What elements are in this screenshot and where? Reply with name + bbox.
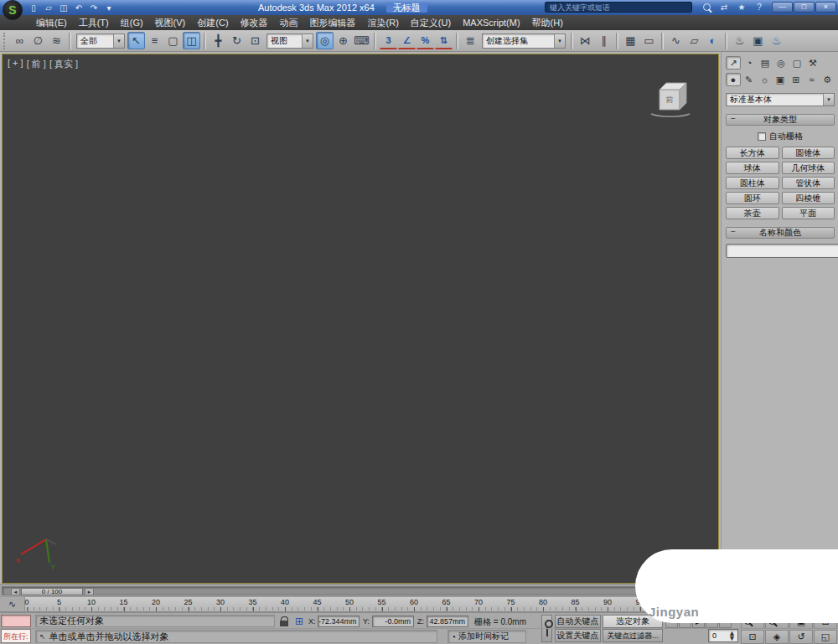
torus-button[interactable]: 圆环	[726, 192, 779, 204]
pyramid-button[interactable]: 四棱锥	[782, 192, 835, 204]
select-and-rotate-icon[interactable]: ↻	[228, 32, 246, 49]
use-pivot-center-icon[interactable]: ◎	[316, 32, 334, 49]
primitive-category-dropdown[interactable]: 标准基本体▼	[726, 93, 835, 106]
object-name-input[interactable]	[726, 244, 838, 258]
select-and-scale-icon[interactable]: ⊡	[246, 32, 264, 49]
render-setup-icon[interactable]: ♨	[731, 32, 748, 49]
open-file-icon[interactable]: ▱	[42, 2, 55, 13]
viewport-view-menu[interactable]: [ 前 ]	[27, 58, 46, 70]
autogrid-checkbox[interactable]	[758, 132, 766, 141]
add-time-tag-button[interactable]: ◔ 添加时间标记	[447, 630, 526, 643]
menu-customize[interactable]: 自定义(U)	[405, 15, 457, 30]
percent-snap-icon[interactable]: %	[416, 32, 434, 49]
close-button[interactable]: ×	[815, 2, 836, 13]
quick-access-dropdown-icon[interactable]: ▾	[102, 2, 116, 13]
schematic-view-icon[interactable]: ▱	[685, 32, 703, 49]
subtab-geometry[interactable]: ●	[726, 73, 741, 86]
frame-spinner[interactable]: ▲▼	[723, 631, 737, 641]
bind-to-space-warp-icon[interactable]: ≋	[48, 32, 65, 49]
maximize-button[interactable]: □	[794, 2, 815, 13]
render-production-icon[interactable]: ♨	[768, 32, 785, 49]
menu-animation[interactable]: 动画	[274, 15, 304, 30]
select-and-manipulate-icon[interactable]: ⊕	[334, 32, 352, 49]
auto-key-button[interactable]: 自动关键点	[555, 615, 601, 628]
communication-center-icon[interactable]: ⇄	[718, 2, 730, 13]
mirror-icon[interactable]: ⋈	[577, 32, 594, 49]
search-submit-icon[interactable]	[701, 2, 712, 13]
application-menu-button[interactable]: S	[3, 0, 23, 20]
window-crossing-icon[interactable]: ◫	[183, 32, 200, 49]
maximize-viewport-toggle-icon[interactable]: ◱	[814, 630, 837, 644]
layer-manager-icon[interactable]: ▦	[622, 32, 639, 49]
align-icon[interactable]: ∥	[595, 32, 613, 49]
tab-create[interactable]: ↗	[726, 56, 741, 70]
viewport-front[interactable]: [ + ] [ 前 ] [ 真实 ] 前 x y	[2, 54, 719, 584]
subtab-cameras[interactable]: ▣	[773, 73, 788, 86]
viewport-menu-button[interactable]: [ + ]	[8, 58, 23, 70]
macro-recorder-field[interactable]	[1, 615, 31, 627]
box-button[interactable]: 长方体	[726, 147, 779, 159]
save-file-icon[interactable]: ◫	[57, 2, 70, 13]
menu-graph-editors[interactable]: 图形编辑器	[304, 15, 362, 30]
named-selection-sets-dropdown[interactable]: 创建选择集▼	[482, 33, 566, 49]
subtab-space-warps[interactable]: ≈	[804, 73, 820, 86]
cone-button[interactable]: 圆锥体	[782, 147, 835, 159]
toolbar-drag-handle[interactable]	[3, 33, 8, 49]
time-slider-handle[interactable]: 0 / 100	[21, 588, 83, 595]
selection-lock-toggle[interactable]	[278, 616, 290, 627]
set-key-button[interactable]: 设置关键点	[555, 629, 601, 642]
subtab-lights[interactable]: ☼	[757, 73, 772, 86]
orbit-icon[interactable]: ↺	[789, 630, 813, 644]
menu-views[interactable]: 视图(V)	[149, 15, 192, 30]
menu-help[interactable]: 帮助(H)	[526, 15, 569, 30]
edit-named-selection-sets-icon[interactable]: ≣	[462, 32, 479, 49]
subtab-systems[interactable]: ⚙	[820, 73, 835, 86]
next-frame-nub[interactable]: ►	[85, 588, 94, 595]
geosphere-button[interactable]: 几何球体	[782, 162, 835, 174]
select-by-name-icon[interactable]: ≡	[146, 32, 163, 49]
viewport-shading-menu[interactable]: [ 真实 ]	[49, 58, 78, 70]
select-object-icon[interactable]: ↖	[127, 32, 145, 49]
teapot-button[interactable]: 茶壶	[726, 207, 779, 219]
plane-button[interactable]: 平面	[782, 207, 835, 219]
rollout-name-and-color[interactable]: − 名称和颜色	[726, 227, 835, 239]
cylinder-button[interactable]: 圆柱体	[726, 177, 779, 189]
selection-region-icon[interactable]: ▢	[164, 32, 182, 49]
maxscript-mini-listener[interactable]: 所在行:	[1, 629, 31, 643]
select-and-move-icon[interactable]: ╋	[210, 32, 227, 49]
y-coordinate-field[interactable]: -0.0mm	[372, 616, 414, 627]
mini-curve-editor-button[interactable]: ∿	[0, 597, 25, 611]
select-and-link-icon[interactable]: ∞	[11, 32, 28, 49]
menu-maxscript[interactable]: MAXScript(M)	[457, 15, 525, 30]
set-key-mode-button[interactable]	[541, 615, 552, 642]
graphite-ribbon-icon[interactable]: ▭	[640, 32, 658, 49]
key-filters-button[interactable]: 关键点过滤器...	[603, 629, 663, 642]
minimize-button[interactable]: —	[772, 2, 793, 13]
tab-hierarchy[interactable]: ▤	[758, 56, 773, 70]
redo-icon[interactable]: ↷	[87, 2, 101, 13]
zoom-region-icon[interactable]: ⊡	[741, 630, 764, 644]
rendered-frame-icon[interactable]: ▣	[749, 32, 767, 49]
search-input[interactable]	[545, 2, 692, 13]
spinner-snap-icon[interactable]: ⇅	[435, 32, 453, 49]
tab-display[interactable]: ▢	[789, 56, 804, 70]
z-coordinate-field[interactable]: 42.857mm	[427, 616, 468, 627]
current-frame-field[interactable]: 0 ▲▼	[708, 629, 738, 642]
time-slider-track[interactable]: ◄ 0 / 100 ►	[2, 586, 716, 595]
new-scene-icon[interactable]: ▯	[27, 2, 40, 13]
material-editor-icon[interactable]: ◐	[704, 32, 722, 49]
unlink-selection-icon[interactable]: ∅	[29, 32, 47, 49]
menu-group[interactable]: 组(G)	[115, 15, 149, 30]
menu-rendering[interactable]: 渲染(R)	[362, 15, 405, 30]
tube-button[interactable]: 管状体	[782, 177, 835, 189]
menu-create[interactable]: 创建(C)	[191, 15, 234, 30]
track-ruler[interactable]: ∿ 05101520253035404550556065707580859095…	[0, 596, 719, 612]
x-coordinate-field[interactable]: -72.344mm	[318, 616, 360, 627]
angle-snap-icon[interactable]: ∠	[398, 32, 416, 49]
favorites-star-icon[interactable]: ★	[736, 2, 747, 13]
tab-motion[interactable]: ◎	[773, 56, 789, 70]
menu-tools[interactable]: 工具(T)	[73, 15, 115, 30]
absolute-offset-mode-toggle[interactable]: ⊞	[293, 616, 305, 627]
curve-editor-icon[interactable]: ∿	[667, 32, 685, 49]
subtab-helpers[interactable]: ⊞	[789, 73, 804, 86]
